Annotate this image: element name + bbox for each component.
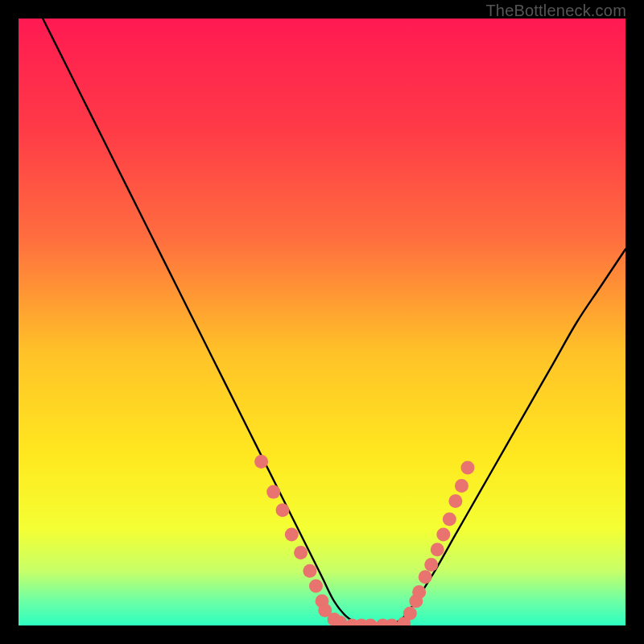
data-marker [443,513,456,526]
data-marker [303,564,316,578]
data-marker [385,619,398,626]
data-marker [419,570,432,584]
data-marker [309,579,323,592]
plot-area [19,19,625,625]
data-marker [275,503,289,517]
watermark-text: TheBottleneck.com [485,2,626,20]
data-marker [285,527,299,541]
data-marker [254,455,268,469]
bottleneck-curve [19,19,625,625]
marker-group [254,455,474,625]
data-marker [364,619,378,626]
data-marker [460,460,474,474]
data-marker [424,558,438,572]
data-marker [448,494,462,508]
data-marker [294,546,308,559]
data-marker [412,585,426,599]
chart-stage: TheBottleneck.com [0,0,644,644]
data-marker [455,479,469,493]
data-marker [403,606,417,620]
chart-svg [19,19,625,625]
data-marker [436,527,450,541]
data-marker [266,485,280,499]
data-marker [431,543,444,556]
